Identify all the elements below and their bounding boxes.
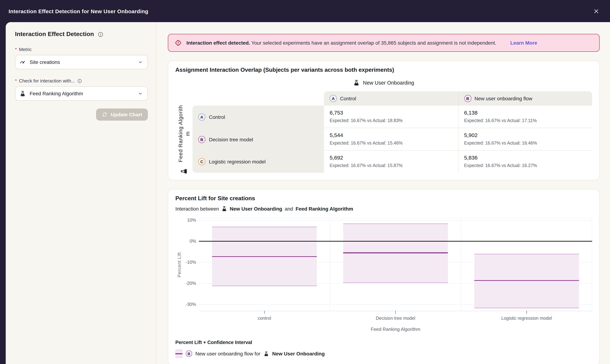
variant-badge-a: A bbox=[330, 95, 337, 102]
gridline-vertical bbox=[461, 218, 461, 311]
lift-line-decision-tree-model bbox=[343, 252, 448, 253]
x-tick-label: Logistic regression model bbox=[501, 316, 552, 321]
gridline-vertical bbox=[330, 218, 330, 311]
interaction-experiment-select[interactable]: Feed Ranking Algorithm bbox=[15, 86, 148, 101]
chevron-down-icon bbox=[137, 91, 143, 96]
flask-icon bbox=[180, 168, 187, 175]
row-label-text: Decision tree model bbox=[209, 136, 253, 142]
main-panel: Interaction effect detected. Your select… bbox=[156, 22, 610, 364]
x-tick bbox=[395, 311, 396, 314]
variant-badge-b: B bbox=[198, 136, 205, 143]
legend-text: New user onboarding flow for bbox=[195, 351, 260, 356]
info-icon[interactable] bbox=[97, 31, 104, 37]
chart-subtitle: Interaction between New User Onboarding … bbox=[175, 206, 592, 212]
column-experiment-header: New User Onboarding bbox=[175, 75, 592, 91]
overlap-table: New User Onboarding A Control B New user… bbox=[175, 75, 592, 173]
interaction-effect-modal: Interaction Effect Detection for New Use… bbox=[0, 0, 610, 364]
experiment-a-name: New User Onboarding bbox=[230, 206, 282, 212]
metric-label: Metric bbox=[19, 47, 32, 52]
update-chart-button[interactable]: Update Chart bbox=[96, 108, 148, 121]
row-label-text: Control bbox=[209, 114, 225, 120]
experiment-b-name: Feed Ranking Algorithm bbox=[296, 206, 353, 212]
variant-badge-a: A bbox=[198, 113, 205, 120]
expected-vs-actual: Expected: 16.67% vs Actual: 15.46% bbox=[330, 141, 452, 146]
modal-title: Interaction Effect Detection for New Use… bbox=[9, 8, 149, 14]
lift-plot: Feed Ranking Algorithm controlDecision t… bbox=[199, 218, 592, 311]
flask-icon bbox=[353, 79, 360, 86]
x-tick bbox=[527, 311, 527, 314]
row-label-text: Logistic regression model bbox=[209, 159, 266, 165]
y-axis: 10%0%-10%-20%-30% bbox=[183, 218, 199, 311]
required-asterisk: * bbox=[15, 78, 17, 83]
column-header-control: A Control bbox=[324, 91, 458, 106]
metric-icon bbox=[20, 59, 26, 65]
overlap-cell: 5,902Expected: 16.67% vs Actual: 16.46% bbox=[458, 128, 592, 151]
learn-more-link[interactable]: Learn More bbox=[510, 40, 537, 46]
overlap-cell: 6,753Expected: 16.67% vs Actual: 18.83% bbox=[324, 106, 458, 128]
alert-text: Interaction effect detected. Your select… bbox=[186, 40, 496, 46]
chart-title: Percent Lift for Site creations bbox=[175, 195, 592, 202]
overlap-table-card: Assignment Interaction Overlap (Subjects… bbox=[168, 61, 600, 180]
y-axis-title: Percent Lift bbox=[175, 218, 183, 311]
close-icon bbox=[593, 8, 599, 14]
x-tick-label: Decision tree model bbox=[376, 316, 415, 321]
refresh-icon bbox=[102, 112, 108, 117]
lift-line-control bbox=[212, 256, 317, 257]
interaction-value: Feed Ranking Algorithm bbox=[30, 91, 83, 96]
interaction-alert-banner: Interaction effect detected. Your select… bbox=[168, 34, 600, 52]
flask-icon bbox=[20, 91, 26, 97]
subject-count: 5,902 bbox=[464, 132, 586, 138]
row-label-control: AControl bbox=[192, 106, 324, 128]
expected-vs-actual: Expected: 16.67% vs Actual: 17.11% bbox=[464, 118, 586, 123]
modal-header: Interaction Effect Detection for New Use… bbox=[0, 0, 610, 22]
y-tick-label: 0% bbox=[190, 239, 196, 244]
overlap-cell: 6,138Expected: 16.67% vs Actual: 17.11% bbox=[458, 106, 592, 128]
chevron-down-icon bbox=[137, 59, 143, 65]
alert-body: Your selected experiments have an assign… bbox=[251, 40, 496, 46]
expected-vs-actual: Expected: 16.67% vs Actual: 18.83% bbox=[330, 118, 452, 123]
expected-vs-actual: Expected: 16.67% vs Actual: 16.46% bbox=[464, 141, 586, 146]
variant-badge-b: B bbox=[464, 95, 471, 102]
subject-count: 6,753 bbox=[330, 110, 452, 116]
x-tick bbox=[264, 311, 265, 314]
percent-lift-card: Percent Lift for Site creations Interact… bbox=[168, 189, 600, 364]
settings-sidebar: Interaction Effect Detection * Metric Si… bbox=[6, 22, 156, 364]
metric-value: Site creations bbox=[30, 59, 60, 65]
lift-line-logistic-regression-model bbox=[474, 280, 579, 281]
alert-diamond-icon bbox=[174, 39, 182, 47]
legend-title: Percent Lift + Confidence Interval bbox=[175, 340, 592, 345]
row-experiment-axis: Feed Ranking Algorithm bbox=[175, 106, 192, 173]
sidebar-title: Interaction Effect Detection bbox=[15, 31, 94, 38]
row-experiment-label: Feed Ranking Algorithm bbox=[177, 104, 191, 164]
legend-item: B New user onboarding flow for New User … bbox=[175, 350, 592, 358]
legend-experiment: New User Onboarding bbox=[272, 351, 325, 356]
ci-swatch-icon bbox=[175, 350, 182, 358]
close-button[interactable] bbox=[591, 6, 601, 16]
flask-icon bbox=[264, 351, 269, 356]
required-asterisk: * bbox=[15, 47, 17, 52]
x-axis-title: Feed Ranking Algorithm bbox=[371, 326, 420, 332]
overlap-cell: 5,544Expected: 16.67% vs Actual: 15.46% bbox=[324, 128, 458, 151]
ci-band-logistic-regression-model[interactable] bbox=[474, 254, 579, 309]
gridline bbox=[199, 220, 592, 221]
variant-badge-b: B bbox=[186, 351, 192, 357]
subject-count: 6,138 bbox=[464, 110, 586, 116]
interaction-label: Check for interaction with... bbox=[19, 78, 75, 83]
row-label-decision-tree-model: BDecision tree model bbox=[192, 128, 324, 151]
modal-content: Interaction Effect Detection * Metric Si… bbox=[6, 22, 610, 364]
overlap-table-title: Assignment Interaction Overlap (Subjects… bbox=[175, 67, 592, 73]
variant-badge-c: C bbox=[198, 158, 205, 165]
y-tick-label: -20% bbox=[186, 281, 196, 286]
expected-vs-actual: Expected: 16.67% vs Actual: 15.87% bbox=[330, 163, 452, 168]
row-label-logistic-regression-model: CLogistic regression model bbox=[192, 151, 324, 173]
metric-select[interactable]: Site creations bbox=[15, 55, 148, 69]
zero-line bbox=[199, 241, 592, 242]
subject-count: 5,692 bbox=[330, 155, 452, 161]
expected-vs-actual: Expected: 16.67% vs Actual: 16.27% bbox=[464, 163, 586, 168]
y-tick-label: 10% bbox=[187, 218, 196, 223]
info-icon[interactable] bbox=[77, 78, 82, 83]
subject-count: 5,836 bbox=[464, 155, 586, 161]
subject-count: 5,544 bbox=[330, 132, 452, 138]
y-tick-label: -10% bbox=[186, 260, 196, 265]
flask-icon bbox=[221, 206, 227, 212]
